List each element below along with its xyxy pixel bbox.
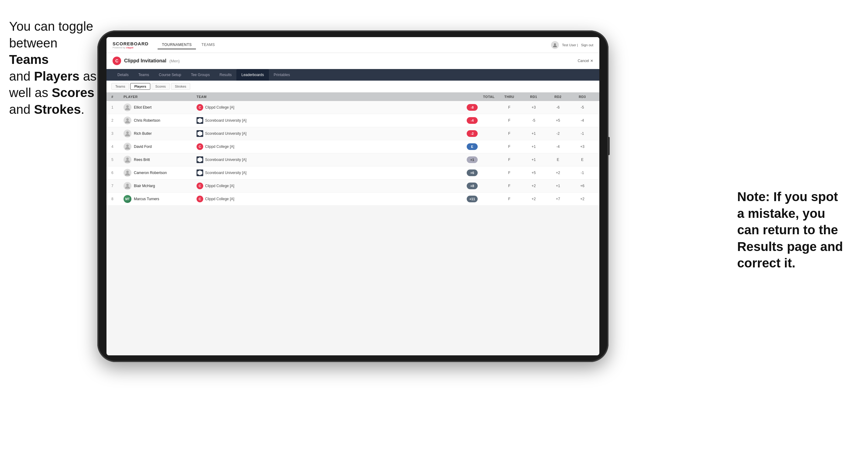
tab-results[interactable]: Results bbox=[215, 69, 237, 81]
subtab-players[interactable]: Players bbox=[130, 83, 150, 90]
rd2-cell: -6 bbox=[546, 105, 570, 110]
team-name: Scoreboard University [A] bbox=[205, 118, 246, 123]
annotation-left: You can toggle between Teams and Players… bbox=[9, 18, 97, 118]
row-num: 5 bbox=[111, 158, 124, 162]
rd3-cell: +2 bbox=[570, 197, 594, 201]
total-cell: +8 bbox=[467, 183, 497, 189]
svg-point-1 bbox=[554, 43, 556, 45]
annotation-right: Note: If you spot a mistake, you can ret… bbox=[737, 189, 859, 272]
team-logo bbox=[196, 156, 203, 163]
player-cell: David Ford bbox=[124, 143, 196, 151]
rd3-cell: +3 bbox=[570, 145, 594, 149]
player-name: Rees Britt bbox=[134, 158, 150, 162]
logo-sub: Powered by clippd bbox=[113, 46, 149, 49]
tournament-gender: (Men) bbox=[169, 59, 180, 63]
svg-point-6 bbox=[126, 158, 129, 160]
svg-point-2 bbox=[126, 105, 129, 108]
player-name: Cameron Robertson bbox=[134, 171, 167, 175]
tab-leaderboards[interactable]: Leaderboards bbox=[237, 69, 269, 81]
rd1-cell: +2 bbox=[522, 184, 546, 188]
score-badge: +6 bbox=[467, 169, 478, 176]
tab-navigation: Details Teams Course Setup Tee Groups Re… bbox=[106, 69, 599, 81]
player-name: Chris Robertson bbox=[134, 118, 160, 123]
tab-tee-groups[interactable]: Tee Groups bbox=[186, 69, 215, 81]
rd1-cell: +5 bbox=[522, 171, 546, 175]
col-header-player: PLAYER bbox=[124, 95, 196, 99]
total-cell: +11 bbox=[467, 196, 497, 202]
user-avatar bbox=[551, 41, 559, 49]
total-cell: +6 bbox=[467, 169, 497, 176]
header-right: Test User | Sign out bbox=[551, 41, 593, 49]
total-cell: -2 bbox=[467, 130, 497, 137]
rd1-cell: +1 bbox=[522, 131, 546, 136]
rd1-cell: +3 bbox=[522, 105, 546, 110]
player-name: Rich Butler bbox=[134, 131, 152, 136]
score-badge: -4 bbox=[467, 117, 478, 124]
player-cell: Cameron Robertson bbox=[124, 169, 196, 177]
thru-cell: F bbox=[497, 145, 522, 149]
rd2-cell: +2 bbox=[546, 171, 570, 175]
player-avatar bbox=[124, 143, 131, 151]
table-row: 8 MT Marcus Turners C Clippd College [A]… bbox=[106, 193, 599, 206]
player-name: Marcus Turners bbox=[134, 197, 159, 201]
cancel-button[interactable]: Cancel ✕ bbox=[578, 59, 593, 63]
row-num: 6 bbox=[111, 171, 124, 175]
team-cell: C Clippd College [A] bbox=[196, 196, 467, 202]
rd2-cell: +5 bbox=[546, 118, 570, 123]
rd3-cell: -1 bbox=[570, 131, 594, 136]
user-label: Test User | bbox=[562, 43, 578, 47]
row-num: 7 bbox=[111, 184, 124, 188]
rd3-cell: -4 bbox=[570, 118, 594, 123]
thru-cell: F bbox=[497, 184, 522, 188]
svg-point-4 bbox=[126, 131, 129, 134]
player-avatar bbox=[124, 117, 131, 124]
team-logo: C bbox=[196, 143, 203, 150]
score-badge: +8 bbox=[467, 183, 478, 189]
tab-details[interactable]: Details bbox=[113, 69, 133, 81]
score-badge: -8 bbox=[467, 104, 478, 111]
total-cell: -4 bbox=[467, 117, 497, 124]
tournament-info: C Clippd Invitational (Men) bbox=[113, 57, 180, 65]
team-logo bbox=[196, 169, 203, 176]
table-row: 7 Blair McHarg C Clippd College [A] +8 F… bbox=[106, 180, 599, 193]
subtab-teams[interactable]: Teams bbox=[111, 83, 129, 90]
tournament-logo: C bbox=[113, 57, 121, 65]
table-row: 4 David Ford C Clippd College [A] E F +1… bbox=[106, 140, 599, 153]
player-cell: Blair McHarg bbox=[124, 182, 196, 190]
tablet-screen: SCOREBOARD Powered by clippd TOURNAMENTS… bbox=[106, 37, 599, 355]
logo-area: SCOREBOARD Powered by clippd bbox=[113, 41, 149, 49]
sign-out-link[interactable]: Sign out bbox=[581, 43, 593, 47]
tab-printables[interactable]: Printables bbox=[269, 69, 295, 81]
player-name: Blair McHarg bbox=[134, 184, 155, 188]
player-avatar bbox=[124, 156, 131, 164]
player-cell: Elliot Ebert bbox=[124, 103, 196, 111]
rd2-cell: -4 bbox=[546, 145, 570, 149]
thru-cell: F bbox=[497, 171, 522, 175]
app-header: SCOREBOARD Powered by clippd TOURNAMENTS… bbox=[106, 37, 599, 53]
tab-teams[interactable]: Teams bbox=[133, 69, 154, 81]
row-num: 4 bbox=[111, 145, 124, 149]
table-row: 1 Elliot Ebert C Clippd College [A] -8 F… bbox=[106, 101, 599, 114]
nav-tournaments[interactable]: TOURNAMENTS bbox=[158, 41, 196, 49]
team-cell: C Clippd College [A] bbox=[196, 104, 467, 111]
tab-course-setup[interactable]: Course Setup bbox=[154, 69, 186, 81]
player-cell: Chris Robertson bbox=[124, 117, 196, 124]
thru-cell: F bbox=[497, 118, 522, 123]
player-avatar bbox=[124, 182, 131, 190]
score-badge: -2 bbox=[467, 130, 478, 137]
team-name: Scoreboard University [A] bbox=[205, 158, 246, 162]
score-badge: +11 bbox=[467, 196, 478, 202]
col-header-rd2: RD2 bbox=[546, 95, 570, 99]
player-avatar: MT bbox=[124, 195, 131, 203]
player-avatar bbox=[124, 169, 131, 177]
row-num: 2 bbox=[111, 118, 124, 123]
subtab-strokes[interactable]: Strokes bbox=[171, 83, 190, 90]
team-cell: C Clippd College [A] bbox=[196, 183, 467, 189]
player-name: Elliot Ebert bbox=[134, 105, 152, 110]
nav-teams[interactable]: TEAMS bbox=[197, 41, 219, 49]
rd2-cell: +1 bbox=[546, 184, 570, 188]
svg-point-3 bbox=[126, 118, 129, 121]
col-header-rd1: RD1 bbox=[522, 95, 546, 99]
svg-point-5 bbox=[126, 145, 129, 147]
subtab-scores[interactable]: Scores bbox=[152, 83, 170, 90]
